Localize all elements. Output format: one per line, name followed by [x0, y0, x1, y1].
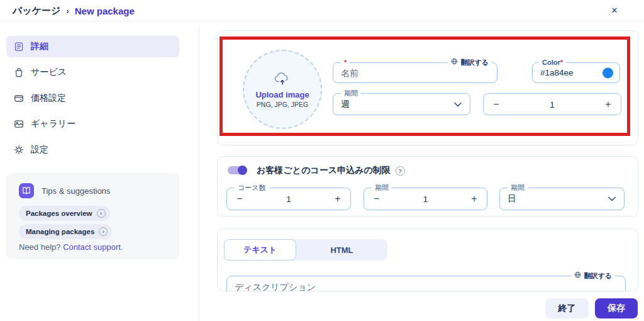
description-field: 翻訳する	[226, 276, 626, 291]
name-field: * 翻訳する	[333, 62, 497, 83]
sidebar-item-label: サービス	[31, 67, 67, 78]
course-limit-toggle[interactable]	[228, 166, 247, 174]
plus-button[interactable]: +	[596, 94, 621, 115]
course-limit-card: お客様ごとのコース申込みの制限 ? コース数 − 1 + 期間 − 1 + 期間…	[217, 156, 638, 217]
breadcrumb-chevron-icon: ›	[66, 6, 69, 16]
plus-button[interactable]: +	[462, 188, 487, 210]
page-title: New package	[75, 6, 135, 16]
description-card: テキスト HTML 翻訳する	[217, 228, 638, 291]
contact-support-link[interactable]: Contact support.	[63, 242, 123, 252]
sidebar-divider	[199, 25, 199, 321]
sidebar-item-label: 価格設定	[31, 93, 66, 104]
gallery-icon	[14, 119, 24, 129]
document-icon	[14, 42, 24, 52]
sidebar-item-settings[interactable]: 設定	[6, 139, 179, 160]
limit-period-unit-label: 期間	[508, 183, 528, 192]
color-field: Color*	[532, 62, 620, 83]
gear-icon	[14, 145, 24, 155]
upload-formats-label: PNG, JPG, JPEG	[257, 101, 308, 108]
tips-link-label: Packages overview	[26, 210, 92, 217]
limit-period-stepper: 期間 − 1 +	[364, 188, 487, 210]
description-tabs: テキスト HTML	[224, 239, 387, 261]
sidebar-item-pricing[interactable]: 価格設定	[6, 87, 179, 109]
details-card: Upload image PNG, JPG, JPEG * 翻訳する Color…	[217, 30, 638, 145]
save-button[interactable]: 保存	[595, 298, 638, 318]
chevron-down-icon	[608, 196, 616, 201]
cloud-upload-icon	[274, 71, 291, 89]
sidebar-item-details[interactable]: 詳細	[6, 36, 179, 57]
new-package-dialog: パッケージ › New package ✕ 詳細 サービス 価格設定 ギャラリー…	[0, 0, 644, 321]
sidebar-item-label: 設定	[31, 144, 48, 155]
breadcrumb: パッケージ › New package	[13, 5, 135, 17]
translate-button[interactable]: 翻訳する	[448, 58, 492, 67]
tips-link-packages-overview[interactable]: Packages overview ›	[19, 206, 110, 221]
toggle-knob	[238, 166, 247, 175]
limit-period-unit-select[interactable]: 期間 日	[499, 188, 625, 210]
help-prefix: Need help?	[19, 242, 61, 252]
tips-link-label: Managing packages	[26, 228, 94, 235]
color-swatch[interactable]	[602, 67, 613, 78]
book-icon	[19, 183, 34, 198]
tips-link-managing-packages[interactable]: Managing packages ›	[19, 224, 112, 239]
chevron-right-icon: ›	[99, 227, 108, 236]
header-divider	[0, 21, 644, 21]
duration-unit-label: 期間	[341, 89, 361, 98]
plus-button[interactable]: +	[325, 188, 350, 210]
sidebar-item-services[interactable]: サービス	[6, 62, 179, 83]
translate-button[interactable]: 翻訳する	[571, 271, 615, 280]
duration-stepper: − 1 +	[483, 93, 621, 115]
color-field-label: Color*	[539, 58, 566, 67]
translate-label: 翻訳する	[584, 271, 612, 280]
sidebar-item-label: 詳細	[31, 41, 48, 52]
help-text: Need help? Contact support.	[19, 242, 123, 252]
globe-icon	[574, 271, 581, 280]
tab-text[interactable]: テキスト	[224, 239, 296, 261]
duration-unit-value: 週	[341, 99, 350, 110]
chevron-right-icon: ›	[97, 209, 106, 218]
close-icon[interactable]: ✕	[608, 3, 621, 17]
course-limit-label: お客様ごとのコース申込みの制限	[257, 165, 391, 176]
sidebar-item-gallery[interactable]: ギャラリー	[6, 113, 179, 135]
help-icon[interactable]: ?	[396, 166, 405, 176]
bag-icon	[14, 67, 24, 77]
sidebar-item-label: ギャラリー	[31, 118, 75, 130]
upload-image-label: Upload image	[255, 90, 309, 99]
chevron-down-icon	[454, 102, 462, 107]
limit-period-unit-value: 日	[508, 193, 516, 205]
required-mark: *	[341, 58, 350, 67]
upload-image-dropzone[interactable]: Upload image PNG, JPG, JPEG	[243, 50, 322, 129]
breadcrumb-packages[interactable]: パッケージ	[13, 5, 60, 17]
tips-title: Tips & suggestions	[42, 186, 110, 196]
finish-button[interactable]: 終了	[545, 298, 589, 318]
translate-label: 翻訳する	[460, 58, 489, 67]
globe-icon	[451, 58, 458, 67]
tab-html[interactable]: HTML	[296, 239, 387, 261]
course-count-stepper: コース数 − 1 +	[226, 188, 351, 210]
tips-panel: Tips & suggestions Packages overview › M…	[6, 173, 179, 259]
wallet-icon	[14, 93, 24, 103]
duration-unit-select[interactable]: 期間 週	[333, 93, 470, 115]
description-input[interactable]	[227, 276, 625, 291]
